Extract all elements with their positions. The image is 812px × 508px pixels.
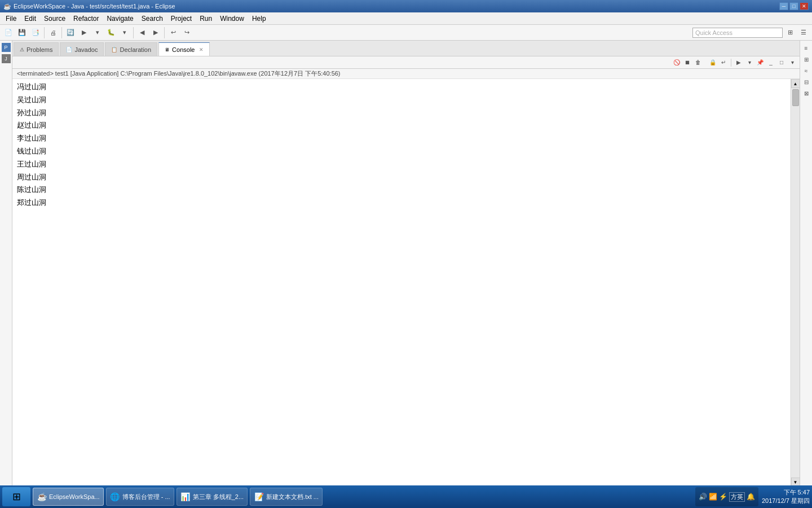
minimize-console-button[interactable]: _ — [766, 58, 776, 67]
output-line-8: 陈过山洞 — [17, 184, 786, 197]
tab-console[interactable]: 🖥 Console ✕ — [158, 42, 210, 56]
scroll-thumb[interactable] — [792, 89, 799, 106]
pin-console-button[interactable]: 📌 — [755, 58, 765, 67]
view-menu-console-button[interactable]: ▾ — [787, 58, 797, 67]
maximize-button[interactable]: □ — [789, 2, 798, 10]
menu-edit[interactable]: Edit — [21, 14, 39, 24]
view-menu-button[interactable]: ☰ — [797, 27, 810, 39]
tray-icon-2: 📶 — [709, 493, 717, 501]
scroll-lock-button[interactable]: 🔒 — [708, 58, 718, 67]
clear-console-button[interactable]: 🚫 — [672, 58, 682, 67]
output-line-1: 吴过山洞 — [17, 94, 786, 107]
quick-access-placeholder: Quick Access — [695, 29, 732, 36]
browser-taskbar-icon: 🌐 — [110, 492, 120, 502]
perspective-button[interactable]: ⊞ — [784, 27, 796, 39]
tray-icon-3: ⚡ — [719, 493, 727, 501]
notepad-taskbar-label: 新建文本文档.txt ... — [266, 493, 319, 501]
menu-file[interactable]: File — [2, 14, 20, 24]
window-controls: ─ □ ✕ — [779, 2, 809, 10]
tray-icon-1: 🔊 — [699, 493, 707, 501]
window-title: EclipseWorkSpace - Java - test/src/test/… — [14, 3, 175, 10]
title-bar: ☕ EclipseWorkSpace - Java - test/src/tes… — [0, 0, 812, 12]
refresh-button[interactable]: 🔄 — [64, 27, 77, 39]
taskbar-right: 🔊 📶 ⚡ 方英 🔔 下午 5:47 2017/12/7 星期四 — [695, 487, 810, 506]
minimize-button[interactable]: ─ — [779, 2, 788, 10]
quick-access-input[interactable]: Quick Access — [692, 28, 783, 38]
prev-button[interactable]: ◀ — [136, 27, 148, 39]
main-layout: P J ⚠ Problems 📄 Javadoc 📋 Declaration 🖥… — [0, 41, 812, 496]
right-sidebar-btn-4[interactable]: ⊟ — [801, 77, 811, 87]
sidebar-icon-1[interactable]: P — [2, 43, 11, 52]
right-sidebar-btn-1[interactable]: ≡ — [801, 43, 811, 53]
output-line-9: 郑过山洞 — [17, 197, 786, 210]
menu-refactor[interactable]: Refactor — [70, 14, 102, 24]
title-bar-left: ☕ EclipseWorkSpace - Java - test/src/tes… — [3, 3, 175, 10]
debug-button[interactable]: 🐛 — [105, 27, 117, 39]
close-button[interactable]: ✕ — [800, 2, 809, 10]
ppt-taskbar-icon: 📊 — [180, 492, 191, 502]
toolbar-sep-1 — [44, 27, 45, 38]
stop-button[interactable]: ⏹ — [682, 58, 692, 67]
content-area: ⚠ Problems 📄 Javadoc 📋 Declaration 🖥 Con… — [12, 41, 800, 496]
output-line-4: 李过山洞 — [17, 133, 786, 146]
scroll-track[interactable] — [792, 88, 800, 478]
menu-search[interactable]: Search — [138, 14, 166, 24]
output-line-6: 王过山洞 — [17, 159, 786, 172]
browser-taskbar-label: 博客后台管理 - ... — [122, 493, 170, 501]
output-line-3: 赵过山洞 — [17, 120, 786, 133]
debug-dropdown[interactable]: ▾ — [118, 27, 131, 39]
taskbar-browser[interactable]: 🌐 博客后台管理 - ... — [106, 488, 174, 506]
menu-run[interactable]: Run — [196, 14, 215, 24]
maximize-console-button[interactable]: □ — [776, 58, 787, 67]
tray-icon-4: 🔔 — [747, 493, 755, 501]
menu-window[interactable]: Window — [217, 14, 248, 24]
save-all-button[interactable]: 📑 — [29, 27, 42, 39]
print-button[interactable]: 🖨 — [47, 27, 59, 39]
back-button[interactable]: ↩ — [167, 27, 179, 39]
vertical-scrollbar[interactable]: ▲ ▼ — [791, 79, 800, 487]
sidebar-icon-2[interactable]: J — [2, 54, 11, 63]
output-line-7: 周过山洞 — [17, 172, 786, 185]
remove-button[interactable]: 🗑 — [693, 58, 703, 67]
right-sidebar-btn-2[interactable]: ⊞ — [801, 54, 811, 64]
system-tray: 🔊 📶 ⚡ 方英 🔔 — [695, 487, 758, 506]
tab-javadoc[interactable]: 📄 Javadoc — [60, 42, 104, 56]
menu-bar: File Edit Source Refactor Navigate Searc… — [0, 12, 812, 25]
right-sidebar-btn-5[interactable]: ⊠ — [801, 88, 811, 98]
tab-javadoc-label: Javadoc — [74, 46, 98, 53]
tab-problems[interactable]: ⚠ Problems — [14, 42, 59, 56]
menu-help[interactable]: Help — [249, 14, 270, 24]
console-close-icon[interactable]: ✕ — [199, 47, 204, 52]
eclipse-taskbar-icon: ☕ — [37, 492, 47, 502]
app-icon: ☕ — [3, 3, 11, 10]
run-dropdown-console[interactable]: ▾ — [744, 58, 754, 67]
menu-project[interactable]: Project — [167, 14, 195, 24]
run-dropdown[interactable]: ▾ — [91, 27, 104, 39]
forward-button[interactable]: ↪ — [180, 27, 193, 39]
right-sidebar: ≡ ⊞ ≈ ⊟ ⊠ — [800, 41, 812, 496]
tab-problems-label: Problems — [27, 46, 52, 53]
toolbar-sep-4 — [164, 27, 165, 38]
menu-source[interactable]: Source — [41, 14, 69, 24]
run-button[interactable]: ▶ — [78, 27, 90, 39]
menu-navigate[interactable]: Navigate — [103, 14, 136, 24]
word-wrap-button[interactable]: ↵ — [718, 58, 729, 67]
main-toolbar: 📄 💾 📑 🖨 🔄 ▶ ▾ 🐛 ▾ ◀ ▶ ↩ ↪ Quick Access ⊞… — [0, 25, 812, 41]
run-console-button[interactable]: ▶ — [734, 58, 744, 67]
taskbar-clock: 下午 5:47 2017/12/7 星期四 — [762, 488, 810, 505]
taskbar-notepad[interactable]: 📝 新建文本文档.txt ... — [250, 488, 323, 506]
taskbar-ppt[interactable]: 📊 第三章 多线程_2... — [176, 488, 248, 506]
console-output-area: 冯过山洞 吴过山洞 孙过山洞 赵过山洞 李过山洞 钱过山洞 王过山洞 周过山洞 … — [12, 79, 800, 487]
declaration-icon: 📋 — [111, 47, 117, 52]
tab-declaration[interactable]: 📋 Declaration — [105, 42, 157, 56]
new-button[interactable]: 📄 — [2, 27, 15, 39]
scroll-up-button[interactable]: ▲ — [791, 79, 800, 88]
next-button[interactable]: ▶ — [149, 27, 162, 39]
save-button[interactable]: 💾 — [16, 27, 28, 39]
right-sidebar-btn-3[interactable]: ≈ — [801, 65, 811, 76]
taskbar-eclipse[interactable]: ☕ EclipseWorkSpa... — [33, 488, 104, 506]
start-button[interactable]: ⊞ — [2, 487, 30, 506]
ppt-taskbar-label: 第三章 多线程_2... — [193, 493, 244, 501]
toolbar-sep-3 — [133, 27, 134, 38]
input-lang-display[interactable]: 方英 — [729, 492, 745, 502]
